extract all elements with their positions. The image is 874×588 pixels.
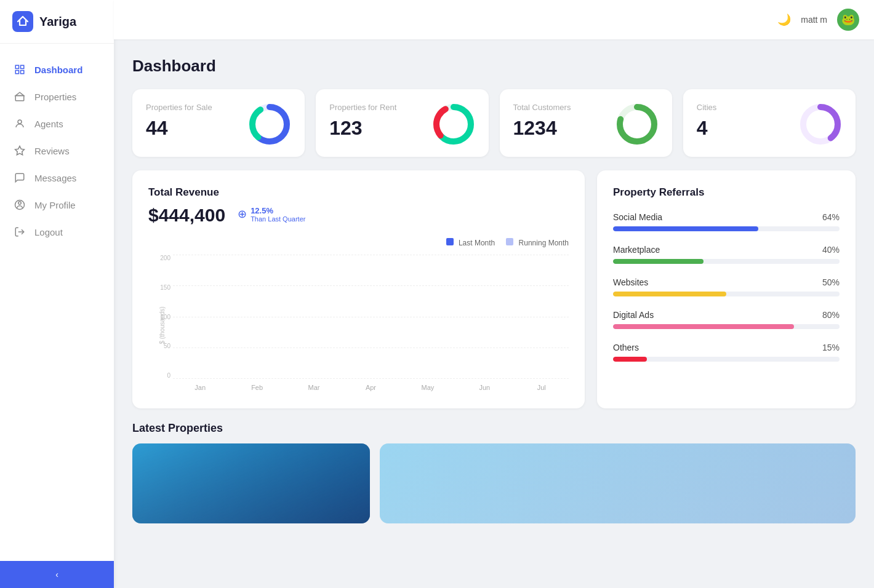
referrals-title: Property Referrals — [613, 186, 840, 199]
sidebar-item-myprofile[interactable]: My Profile — [0, 191, 114, 218]
sidebar-label-agents: Agents — [34, 119, 63, 129]
sidebar: Yariga Dashboard Properties Agents Revie… — [0, 0, 114, 588]
svg-point-6 — [18, 120, 22, 124]
referral-pct: 80% — [822, 310, 840, 320]
bar-month-label-jan: Jan — [194, 384, 206, 391]
stat-card-text: Properties for Sale 44 — [146, 103, 212, 140]
referral-item-marketplace: Marketplace 40% — [613, 245, 840, 264]
property-card-1[interactable] — [132, 443, 370, 523]
latest-properties-title: Latest Properties — [132, 422, 856, 435]
properties-grid — [132, 443, 856, 523]
referral-pct: 40% — [822, 245, 840, 255]
progress-bar — [613, 324, 840, 329]
stat-card-for-rent: Properties for Rent 123 — [316, 89, 488, 157]
referral-label: Digital Ads — [613, 310, 654, 320]
svg-point-9 — [18, 202, 22, 205]
progress-fill — [613, 357, 647, 362]
avatar: 🐸 — [837, 9, 859, 31]
referral-label: Websites — [613, 277, 648, 287]
sidebar-item-properties[interactable]: Properties — [0, 83, 114, 110]
bottom-panels: Total Revenue $444,400 ⊕ 12.5% Than Last… — [132, 170, 856, 408]
header-username: matt m — [801, 15, 827, 25]
chart-legend: Last Month Running Month — [148, 238, 569, 247]
sidebar-label-myprofile: My Profile — [34, 200, 76, 210]
stat-value-for-rent: 123 — [329, 117, 396, 140]
referrals-list: Social Media 64% Marketplace 40% Website… — [613, 212, 840, 362]
revenue-panel: Total Revenue $444,400 ⊕ 12.5% Than Last… — [132, 170, 585, 408]
referral-pct: 15% — [822, 343, 840, 352]
dashboard-icon — [14, 63, 26, 76]
sidebar-nav: Dashboard Properties Agents Reviews Mess… — [0, 44, 114, 561]
progress-bar — [613, 357, 840, 362]
svg-rect-4 — [15, 71, 18, 74]
sidebar-collapse-button[interactable]: ‹ — [0, 561, 114, 588]
sidebar-label-properties: Properties — [34, 92, 76, 102]
y-label: 0 — [148, 372, 170, 379]
legend-label-last-month: Last Month — [459, 239, 495, 247]
sidebar-label-reviews: Reviews — [34, 146, 70, 156]
revenue-header: $444,400 ⊕ 12.5% Than Last Quarter — [148, 202, 569, 226]
y-axis: 200 150 100 50 0 — [148, 255, 170, 379]
stat-label-for-rent: Properties for Rent — [329, 103, 396, 112]
progress-fill — [613, 324, 794, 329]
sidebar-item-agents[interactable]: Agents — [0, 110, 114, 137]
stat-label-cities: Cities — [697, 103, 717, 112]
stat-label-for-sale: Properties for Sale — [146, 103, 212, 112]
bar-chart-container: $ (thousands) 200 150 — [148, 255, 569, 396]
stat-cards: Properties for Sale 44 Properties for Re… — [132, 89, 856, 157]
bar-month-label-jun: Jun — [479, 384, 490, 391]
referral-pct: 50% — [822, 277, 840, 287]
donut-for-rent — [432, 103, 475, 146]
stat-card-text: Cities 4 — [697, 103, 717, 140]
bar-chart: JanFebMarAprMayJunJul — [173, 255, 569, 379]
svg-rect-1 — [15, 65, 18, 68]
revenue-title: Total Revenue — [148, 186, 569, 199]
svg-rect-5 — [15, 96, 24, 101]
stat-card-for-sale: Properties for Sale 44 — [132, 89, 305, 157]
content-wrap: Dashboard Properties for Sale 44 — [132, 57, 856, 523]
revenue-change-pct: 12.5% — [251, 206, 305, 215]
revenue-change: ⊕ 12.5% Than Last Quarter — [238, 206, 305, 223]
legend-last-month: Last Month — [446, 238, 495, 247]
property-img-2 — [380, 443, 856, 523]
legend-running-month: Running Month — [506, 238, 569, 247]
revenue-change-label: Than Last Quarter — [251, 215, 305, 223]
reviews-icon — [14, 145, 26, 157]
stat-card-cities: Cities 4 — [683, 89, 856, 157]
referrals-panel: Property Referrals Social Media 64% Mark… — [597, 170, 856, 408]
latest-section: Latest Properties — [132, 422, 856, 523]
revenue-change-info: 12.5% Than Last Quarter — [251, 206, 305, 223]
progress-bar — [613, 259, 840, 264]
svg-rect-0 — [12, 11, 33, 32]
sidebar-item-reviews[interactable]: Reviews — [0, 137, 114, 164]
logo-icon — [12, 11, 33, 32]
revenue-amount: $444,400 — [148, 205, 225, 226]
stat-card-text: Properties for Rent 123 — [329, 103, 396, 140]
stat-card-customers: Total Customers 1234 — [500, 89, 672, 157]
property-img-1 — [132, 443, 370, 523]
sidebar-label-messages: Messages — [34, 173, 76, 183]
donut-for-sale — [248, 103, 291, 146]
logout-icon — [14, 226, 26, 238]
sidebar-label-dashboard: Dashboard — [34, 65, 82, 75]
agents-icon — [14, 117, 26, 130]
progress-fill — [613, 226, 758, 231]
sidebar-item-dashboard[interactable]: Dashboard — [0, 56, 114, 83]
y-label: 100 — [148, 314, 170, 320]
referral-item-social-media: Social Media 64% — [613, 212, 840, 231]
messages-icon — [14, 172, 26, 184]
progress-fill — [613, 292, 726, 296]
myprofile-icon — [14, 199, 26, 211]
progress-bar — [613, 226, 840, 231]
sidebar-item-messages[interactable]: Messages — [0, 164, 114, 191]
properties-icon — [14, 90, 26, 103]
stat-card-text: Total Customers 1234 — [513, 103, 571, 140]
y-label: 200 — [148, 255, 170, 261]
referral-item-websites: Websites 50% — [613, 277, 840, 296]
referral-item-digital-ads: Digital Ads 80% — [613, 310, 840, 329]
stat-value-for-sale: 44 — [146, 117, 212, 140]
sidebar-item-logout[interactable]: Logout — [0, 218, 114, 245]
legend-label-running-month: Running Month — [519, 239, 569, 247]
property-card-2[interactable] — [380, 443, 856, 523]
referral-label: Social Media — [613, 212, 662, 222]
